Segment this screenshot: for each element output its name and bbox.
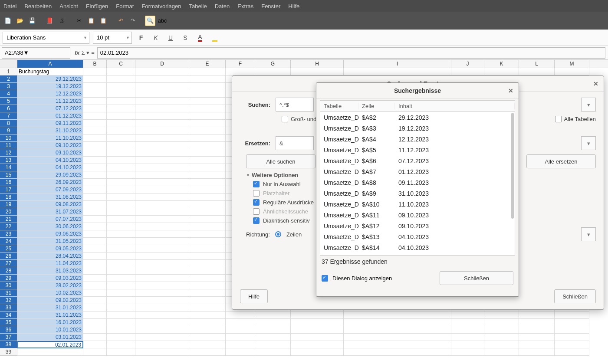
col-cell[interactable]: Zelle (358, 103, 395, 109)
cell[interactable] (135, 348, 189, 356)
result-row[interactable]: Umsaetze_D$A$511.12.2023 (320, 144, 515, 155)
cell[interactable] (107, 98, 135, 105)
cell[interactable] (107, 90, 135, 98)
cell[interactable]: 31.03.2023 (17, 267, 83, 275)
result-row[interactable]: Umsaetze_D$A$319.12.2023 (320, 123, 515, 134)
cell[interactable]: 04.10.2023 (17, 164, 83, 171)
cell[interactable] (226, 348, 255, 356)
cell[interactable] (135, 120, 189, 127)
cell[interactable] (135, 282, 189, 289)
underline-button[interactable]: U (165, 32, 176, 43)
cell[interactable] (135, 334, 189, 341)
row-header[interactable]: 10 (0, 134, 17, 142)
cell[interactable] (135, 230, 189, 238)
cell[interactable]: Buchungstag (17, 68, 83, 75)
cell[interactable] (83, 297, 107, 304)
cell[interactable] (107, 216, 135, 223)
cell[interactable] (135, 223, 189, 230)
cell[interactable] (555, 326, 589, 334)
cell[interactable]: 07.12.2023 (17, 105, 83, 112)
cell[interactable] (83, 253, 107, 260)
rows-radio[interactable] (275, 231, 281, 237)
search-input[interactable]: ^.*$ (276, 98, 314, 111)
cell[interactable] (189, 282, 226, 289)
cell[interactable] (83, 105, 107, 112)
cell[interactable]: 11.12.2023 (17, 98, 83, 105)
cell[interactable] (107, 319, 135, 326)
result-row[interactable]: Umsaetze_D$A$1209.10.2023 (320, 220, 515, 231)
cell[interactable] (107, 238, 135, 245)
cell[interactable] (107, 171, 135, 179)
bold-button[interactable]: F (135, 32, 147, 43)
cell[interactable] (107, 83, 135, 90)
find-all-button[interactable]: Alle suchen (246, 154, 316, 168)
cell[interactable] (291, 341, 344, 348)
cell[interactable] (189, 75, 226, 83)
pdf-icon[interactable]: 📕 (44, 16, 55, 26)
cell[interactable] (83, 267, 107, 275)
cell[interactable] (83, 75, 107, 83)
cell[interactable]: 09.05.2023 (17, 245, 83, 253)
result-row[interactable]: Umsaetze_D$A$701.12.2023 (320, 166, 515, 177)
open-icon[interactable]: 📂 (15, 16, 25, 26)
cell[interactable] (344, 341, 451, 348)
cell[interactable] (484, 341, 519, 348)
cell[interactable] (189, 319, 226, 326)
cell[interactable] (83, 201, 107, 208)
cell[interactable]: 10.01.2023 (17, 326, 83, 334)
cell[interactable] (189, 245, 226, 253)
row-header[interactable]: 3 (0, 83, 17, 90)
cell[interactable] (255, 312, 291, 319)
row-header[interactable]: 17 (0, 186, 17, 193)
case-checkbox[interactable] (282, 116, 288, 122)
cell[interactable] (107, 253, 135, 260)
cell[interactable] (189, 157, 226, 164)
menu-datei[interactable]: Datei (3, 3, 16, 10)
cell[interactable] (189, 216, 226, 223)
row-header[interactable]: 1 (0, 68, 17, 75)
cell[interactable] (451, 319, 484, 326)
cell[interactable] (484, 326, 519, 334)
cell[interactable] (135, 98, 189, 105)
row-header[interactable]: 5 (0, 98, 17, 105)
cell[interactable] (135, 208, 189, 216)
formula-input[interactable]: 02.01.2023 (97, 47, 605, 59)
replace-input[interactable]: & (276, 136, 314, 150)
cell[interactable] (83, 348, 107, 356)
cell[interactable]: 28.04.2023 (17, 253, 83, 260)
cell[interactable] (484, 319, 519, 326)
cell[interactable] (83, 149, 107, 157)
cell[interactable] (135, 275, 189, 282)
cell[interactable] (107, 230, 135, 238)
cell[interactable] (226, 68, 255, 75)
cell[interactable] (83, 341, 107, 348)
cell[interactable] (555, 68, 589, 75)
cell[interactable] (107, 304, 135, 312)
row-header[interactable]: 39 (0, 348, 17, 356)
cell[interactable] (135, 289, 189, 297)
row-header[interactable]: 34 (0, 312, 17, 319)
cell[interactable] (135, 90, 189, 98)
cell[interactable] (189, 334, 226, 341)
search-history-dropdown[interactable]: ▾ (581, 98, 596, 111)
cell[interactable] (291, 312, 344, 319)
help-button[interactable]: Hilfe (240, 289, 268, 303)
cell[interactable] (107, 193, 135, 201)
col-header-I[interactable]: I (344, 60, 451, 68)
cell[interactable] (484, 348, 519, 356)
col-header-F[interactable]: F (226, 60, 255, 68)
row-header[interactable]: 12 (0, 149, 17, 157)
cell[interactable] (189, 253, 226, 260)
cell[interactable] (189, 134, 226, 142)
cell[interactable] (519, 319, 555, 326)
cell[interactable] (189, 83, 226, 90)
cell[interactable] (135, 105, 189, 112)
cell[interactable] (226, 312, 255, 319)
cell[interactable] (83, 304, 107, 312)
row-header[interactable]: 11 (0, 142, 17, 149)
cell[interactable] (83, 179, 107, 186)
cell[interactable] (484, 312, 519, 319)
row-header[interactable]: 32 (0, 297, 17, 304)
cell[interactable] (189, 267, 226, 275)
cell[interactable] (189, 171, 226, 179)
